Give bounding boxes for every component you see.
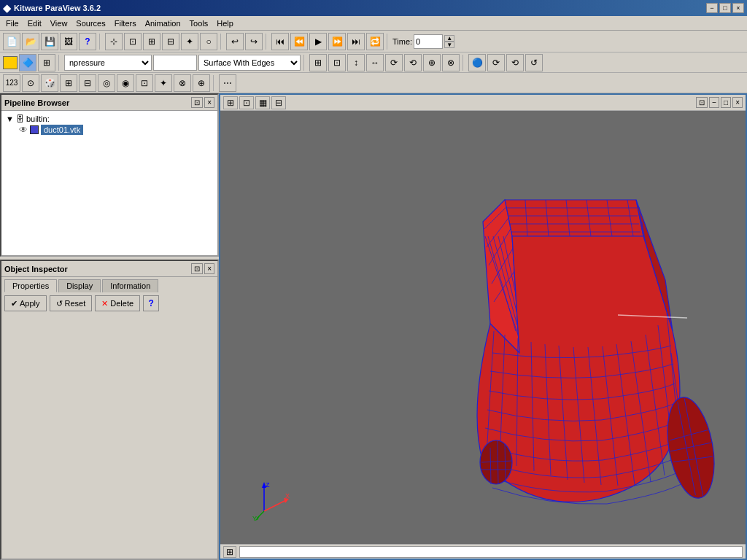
inspector-help-button[interactable]: ?: [143, 295, 159, 311]
vp-close-btn[interactable]: ×: [732, 97, 743, 108]
render-mode-select[interactable]: Surface With Edges Surface Wireframe Poi…: [198, 55, 301, 71]
select-btn1[interactable]: ⊹: [105, 33, 123, 50]
pipeline-browser: Pipeline Browser ⊡ × ▼ 🗄 builtin: 👁 duct…: [0, 93, 219, 257]
3d-cube[interactable]: 🎲: [41, 74, 58, 92]
close-button[interactable]: ×: [732, 3, 744, 13]
time-input[interactable]: [414, 34, 443, 49]
time-spin-down[interactable]: ▼: [444, 42, 454, 48]
pipeline-float-btn[interactable]: ⊡: [191, 97, 203, 108]
anim-next[interactable]: ⏩: [328, 33, 346, 50]
duct-label[interactable]: duct01.vtk: [41, 125, 83, 135]
view-btn3[interactable]: ⟲: [506, 54, 524, 71]
anim-last[interactable]: ⏭: [347, 33, 365, 50]
3d-btn5[interactable]: ⊟: [79, 74, 96, 92]
3d-btn6[interactable]: ◎: [98, 74, 115, 92]
3d-btn8[interactable]: ⊡: [136, 74, 153, 92]
menu-animation[interactable]: Animation: [141, 18, 185, 29]
status-icon[interactable]: ⊞: [223, 546, 236, 558]
vp-btn2[interactable]: ⊡: [239, 96, 254, 109]
inspector-buttons: ⊡ ×: [191, 263, 214, 274]
vp-min-btn[interactable]: −: [709, 97, 719, 108]
menu-file[interactable]: File: [1, 18, 23, 29]
duct-item[interactable]: 👁 duct01.vtk: [4, 124, 214, 136]
select-btn2[interactable]: ⊡: [124, 33, 142, 50]
eye-icon[interactable]: 👁: [19, 125, 28, 135]
inspector-content: [1, 314, 217, 320]
3d-btn4[interactable]: ⊞: [60, 74, 77, 92]
menu-sources[interactable]: Sources: [71, 18, 109, 29]
select-btn5[interactable]: ✦: [181, 33, 198, 50]
menu-edit[interactable]: Edit: [23, 18, 46, 29]
select-btn6[interactable]: ○: [200, 33, 217, 50]
sep2: [220, 34, 223, 50]
duct-front-opening: [480, 440, 512, 484]
variable-select[interactable]: npressure: [64, 55, 152, 71]
redo-button[interactable]: ↪: [245, 33, 263, 50]
status-input[interactable]: [239, 546, 743, 558]
3d-btn11[interactable]: ⊕: [193, 74, 210, 92]
svg-text:Z: Z: [266, 481, 270, 489]
3d-btn1[interactable]: 123: [3, 74, 20, 92]
menu-help[interactable]: Help: [212, 18, 238, 29]
camera-btn6[interactable]: ⟲: [404, 54, 422, 71]
help-button[interactable]: ?: [79, 33, 96, 50]
time-label: Time:: [392, 37, 412, 46]
camera-btn4[interactable]: ↔: [366, 54, 384, 71]
menu-view[interactable]: View: [46, 18, 72, 29]
3d-btn9[interactable]: ✦: [155, 74, 172, 92]
menu-tools[interactable]: Tools: [185, 18, 213, 29]
apply-button[interactable]: ✔ Apply: [4, 295, 47, 311]
3d-extra[interactable]: ⋯: [219, 74, 236, 92]
color-swatch[interactable]: [3, 56, 18, 69]
anim-loop[interactable]: 🔁: [366, 33, 384, 50]
view-btn4[interactable]: ↺: [525, 54, 543, 71]
delete-button[interactable]: ✕ Delete: [95, 295, 140, 311]
view-btn1[interactable]: 🔵: [468, 54, 486, 71]
new-button[interactable]: 📄: [3, 33, 20, 50]
save-screenshot[interactable]: 🖼: [60, 33, 77, 50]
vp-max-btn[interactable]: □: [721, 97, 731, 108]
tab-properties[interactable]: Properties: [4, 279, 57, 292]
vp-btn4[interactable]: ⊟: [271, 96, 286, 109]
tab-display[interactable]: Display: [58, 279, 101, 292]
anim-first[interactable]: ⏮: [271, 33, 289, 50]
camera-btn3[interactable]: ↕: [347, 54, 365, 71]
anim-play[interactable]: ▶: [309, 33, 327, 50]
select-btn4[interactable]: ⊟: [162, 33, 179, 50]
viewport[interactable]: ⊞ ⊡ ▦ ⊟ ⊡ − □ ×: [219, 93, 747, 560]
inspector-close-btn[interactable]: ×: [204, 263, 214, 274]
vp-restore-btn[interactable]: ⊡: [696, 97, 708, 108]
layout-btn[interactable]: ⊞: [38, 54, 55, 71]
vp-btn1[interactable]: ⊞: [223, 96, 238, 109]
color-range-input[interactable]: [153, 55, 197, 71]
anim-prev[interactable]: ⏪: [290, 33, 308, 50]
minimize-button[interactable]: −: [706, 3, 718, 13]
camera-btn8[interactable]: ⊗: [442, 54, 460, 71]
pipeline-close-btn[interactable]: ×: [204, 97, 214, 108]
open-button[interactable]: 📂: [22, 33, 39, 50]
3d-btn2[interactable]: ⊙: [22, 74, 39, 92]
save-button[interactable]: 💾: [41, 33, 58, 50]
menu-filters[interactable]: Filters: [110, 18, 141, 29]
select-btn3[interactable]: ⊞: [143, 33, 160, 50]
camera-btn2[interactable]: ⊡: [328, 54, 346, 71]
time-spin-up[interactable]: ▲: [444, 35, 454, 42]
sep7: [462, 55, 465, 71]
undo-button[interactable]: ↩: [226, 33, 244, 50]
camera-btn5[interactable]: ⟳: [385, 54, 403, 71]
camera-reset[interactable]: ⊞: [309, 54, 327, 71]
maximize-button[interactable]: □: [719, 3, 731, 13]
inspector-float-btn[interactable]: ⊡: [191, 263, 203, 274]
builtin-arrow: ▼: [6, 114, 14, 123]
reset-button[interactable]: ↺ Reset: [50, 295, 93, 311]
camera-btn7[interactable]: ⊕: [423, 54, 441, 71]
tab-information[interactable]: Information: [102, 279, 158, 292]
viewport-3d-content[interactable]: Z X Y: [220, 111, 746, 544]
3d-btn10[interactable]: ⊗: [174, 74, 191, 92]
3d-btn7[interactable]: ◉: [117, 74, 134, 92]
vp-btn3[interactable]: ▦: [255, 96, 270, 109]
main-content: Pipeline Browser ⊡ × ▼ 🗄 builtin: 👁 duct…: [0, 93, 747, 560]
apply-label: Apply: [20, 299, 40, 308]
view-btn2[interactable]: ⟳: [487, 54, 505, 71]
color-btn2[interactable]: 🔷: [19, 54, 36, 71]
